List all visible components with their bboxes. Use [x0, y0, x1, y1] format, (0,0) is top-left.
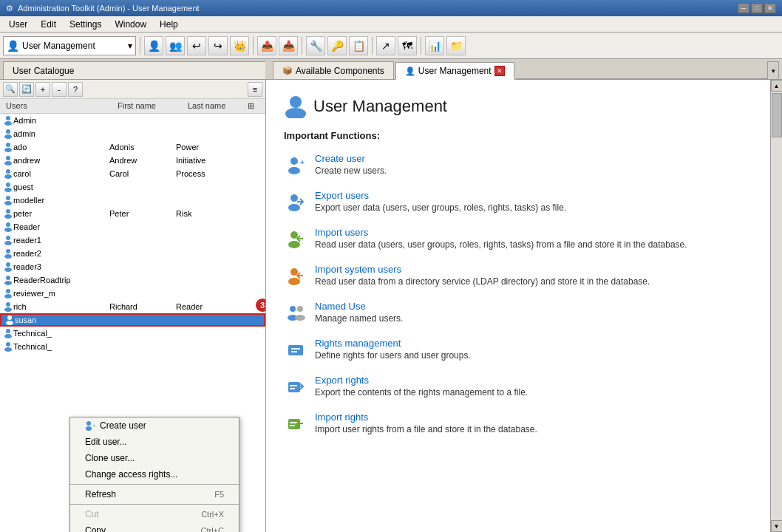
menu-edit[interactable]: Edit [35, 18, 62, 31]
menu-help[interactable]: Help [154, 18, 184, 31]
toolbar-btn-13[interactable]: 📊 [425, 36, 444, 55]
tab-user-catalogue-label: User Catalogue [13, 66, 74, 76]
toolbar-btn-11[interactable]: ↗ [376, 36, 395, 55]
toolbar-sep-1 [140, 37, 140, 55]
import-users-link[interactable]: Import users [315, 227, 368, 238]
user-row-rich[interactable]: rich Richard Reader 3 [0, 300, 265, 313]
user-row-technical2[interactable]: Technical_ [0, 340, 265, 353]
function-import-system-users: Import system users Read user data from … [284, 264, 752, 287]
minimize-button[interactable]: ─ [738, 3, 749, 13]
toolbar-dropdown[interactable]: 👤 User Management ▾ [3, 36, 136, 55]
toolbar-btn-9[interactable]: 🔑 [327, 36, 347, 55]
toolbar-btn-7[interactable]: 📥 [279, 36, 298, 55]
svg-point-22 [6, 262, 10, 267]
maximize-button[interactable]: □ [751, 3, 763, 13]
svg-text:+: + [92, 423, 95, 429]
svg-point-4 [6, 143, 10, 147]
ctx-change-access[interactable]: Change access rights... [70, 466, 239, 482]
user-row-andrew[interactable]: andrew Andrew Initiative [0, 154, 265, 167]
user-row-ado[interactable]: ado Adonis Power [0, 140, 265, 154]
svg-point-10 [6, 183, 10, 187]
named-use-link[interactable]: Named Use [315, 301, 366, 312]
import-system-users-link[interactable]: Import system users [315, 264, 401, 275]
svg-point-31 [6, 321, 13, 325]
user-row-peter[interactable]: peter Peter Risk [0, 207, 265, 220]
ctx-edit-user[interactable]: Edit user... [70, 434, 239, 450]
tab-close-button[interactable]: ✕ [494, 66, 505, 76]
user-row-reader2[interactable]: reader2 [0, 247, 265, 260]
tab-available-components[interactable]: 📦 Available Components [273, 61, 394, 79]
left-btn-more[interactable]: ≡ [248, 82, 262, 97]
tab-user-catalogue[interactable]: User Catalogue [3, 61, 265, 79]
svg-point-33 [4, 334, 12, 338]
svg-rect-56 [291, 351, 297, 352]
user-row-reviewer[interactable]: reviewer_m [0, 287, 265, 300]
toolbar-sep-5 [421, 37, 421, 55]
tab-available-label: Available Components [296, 66, 384, 76]
user-management-title-area: User Management [284, 95, 752, 118]
left-btn-search[interactable]: 🔍 [3, 82, 18, 97]
ctx-cut: Cut Ctrl+X [70, 506, 239, 522]
import-rights-link[interactable]: Import rights [315, 412, 368, 423]
tab-menu-button[interactable]: ▾ [767, 61, 779, 79]
ctx-clone-user[interactable]: Clone user... [70, 450, 239, 466]
close-button[interactable]: ✕ [764, 3, 776, 13]
left-btn-add[interactable]: + [35, 82, 50, 97]
menu-window[interactable]: Window [109, 18, 152, 31]
user-row-modeller[interactable]: modeller [0, 194, 265, 207]
user-row-readerroadtrip[interactable]: ReaderRoadtrip [0, 273, 265, 287]
left-btn-remove[interactable]: - [52, 82, 67, 97]
ctx-refresh[interactable]: Refresh F5 [70, 486, 239, 502]
svg-point-30 [7, 316, 12, 320]
user-row-reader[interactable]: Reader [0, 220, 265, 233]
app-icon: ⚙ [6, 4, 13, 13]
user-row-technical1[interactable]: Technical_ [0, 327, 265, 340]
user-row-admin-cap[interactable]: Admin [0, 114, 265, 127]
ctx-sep-1 [70, 484, 239, 485]
col-header-firstname: First name [118, 101, 188, 111]
menu-user[interactable]: User [3, 18, 33, 31]
user-row-admin[interactable]: admin [0, 127, 265, 140]
svg-point-44 [290, 194, 298, 202]
toolbar-btn-10[interactable]: 📋 [349, 36, 368, 55]
toolbar-btn-6[interactable]: 📤 [257, 36, 276, 55]
scroll-up-arrow[interactable]: ▲ [771, 80, 783, 92]
ctx-refresh-label: Refresh [85, 489, 116, 499]
function-import-users: Import users Read user data (users, user… [284, 227, 752, 250]
menu-bar: User Edit Settings Window Help [0, 16, 782, 33]
export-users-link[interactable]: Export users [315, 190, 369, 201]
tab-user-management[interactable]: 👤 User Management ✕ [395, 62, 514, 80]
toolbar-btn-4[interactable]: ↪ [208, 36, 228, 55]
toolbar-btn-2[interactable]: 👥 [166, 36, 185, 55]
toolbar-btn-1[interactable]: 👤 [144, 36, 163, 55]
toolbar-btn-3[interactable]: ↩ [187, 36, 206, 55]
left-btn-refresh[interactable]: 🔄 [19, 82, 34, 97]
ctx-create-user[interactable]: + Create user [70, 417, 239, 434]
rights-management-content: Rights management Define rights for user… [315, 338, 752, 361]
user-row-reader3[interactable]: reader3 [0, 260, 265, 273]
scroll-thumb[interactable] [772, 93, 782, 137]
user-row-guest[interactable]: guest [0, 180, 265, 194]
svg-point-0 [6, 116, 10, 120]
toolbar-btn-14[interactable]: 📁 [446, 36, 466, 55]
main-scrollbar[interactable]: ▲ ▼ [770, 80, 782, 532]
export-users-desc: Export user data (users, user groups, ro… [315, 202, 752, 213]
user-row-carol[interactable]: carol Carol Process [0, 167, 265, 180]
menu-settings[interactable]: Settings [64, 18, 107, 31]
ctx-copy[interactable]: Copy Ctrl+C [70, 522, 239, 532]
create-user-link[interactable]: Create user [315, 153, 365, 164]
user-table-header: Users First name Last name ⊞ [0, 99, 265, 114]
toolbar-btn-12[interactable]: 🗺 [398, 36, 417, 55]
toolbar-btn-8[interactable]: 🔧 [306, 36, 325, 55]
user-row-susan[interactable]: susan [0, 313, 265, 327]
rights-management-link[interactable]: Rights management [315, 338, 401, 349]
left-btn-help[interactable]: ? [68, 82, 83, 97]
toolbar-sep-2 [253, 37, 254, 55]
user-row-reader1[interactable]: reader1 [0, 233, 265, 247]
scroll-down-arrow[interactable]: ▼ [771, 520, 783, 532]
toolbar-btn-5[interactable]: 👑 [230, 36, 249, 55]
badge-3: 3 [256, 299, 265, 312]
export-rights-link[interactable]: Export rights [315, 375, 369, 386]
ctx-copy-shortcut: Ctrl+C [201, 526, 224, 532]
svg-point-11 [4, 188, 12, 192]
